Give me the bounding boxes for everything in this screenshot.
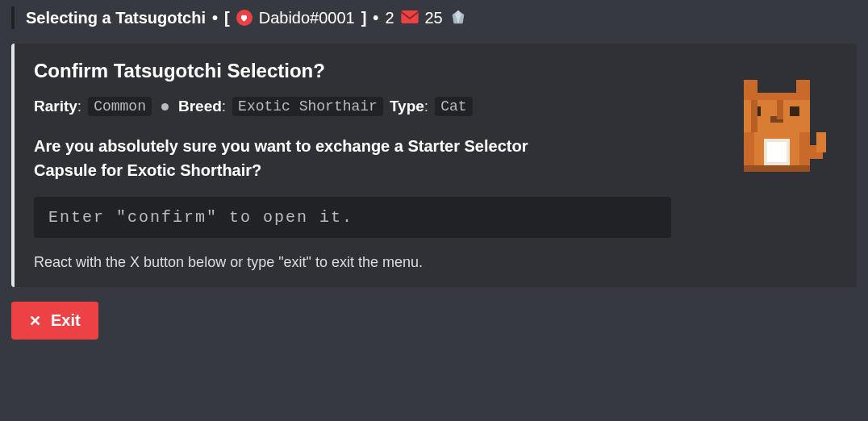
svg-rect-6	[744, 93, 809, 99]
meta-row: Rarity: Common Breed: Exotic Shorthair T…	[34, 97, 708, 116]
breed-label: Breed	[178, 98, 222, 115]
svg-rect-16	[777, 100, 783, 119]
svg-rect-12	[767, 142, 787, 161]
embed-header: Selecting a Tatsugotchi • [ Dabido#0001 …	[11, 6, 857, 29]
exit-button[interactable]: ✕ Exit	[11, 302, 98, 340]
embed-card: Confirm Tatsugotchi Selection? Rarity: C…	[11, 44, 857, 287]
separator-dot-2: •	[373, 9, 378, 27]
close-icon: ✕	[29, 312, 41, 330]
pet-thumbnail	[724, 60, 837, 271]
type-value: Cat	[435, 97, 472, 116]
breed-value: Exotic Shorthair	[232, 97, 383, 116]
svg-rect-19	[816, 132, 826, 152]
count-mail: 2	[385, 9, 394, 27]
bullet-icon	[161, 103, 169, 110]
bracket-close: ]	[361, 9, 367, 27]
bracket-open: [	[224, 9, 230, 27]
confirm-mid: for	[97, 161, 127, 179]
type-label: Type	[390, 98, 424, 115]
svg-rect-3	[744, 80, 757, 93]
count-badge: 25	[425, 9, 443, 27]
envelope-icon	[401, 10, 419, 26]
footer-text: React with the X button below or type "e…	[34, 254, 708, 271]
exit-button-label: Exit	[51, 311, 81, 330]
svg-rect-8	[790, 106, 799, 116]
svg-rect-17	[744, 165, 809, 172]
separator-dot: •	[212, 9, 218, 27]
confirm-target: Exotic Shorthair	[127, 161, 252, 179]
svg-rect-4	[796, 80, 809, 93]
embed-title: Confirm Tatsugotchi Selection?	[34, 60, 708, 82]
rarity-label: Rarity	[34, 98, 77, 115]
header-title: Selecting a Tatsugotchi	[26, 9, 206, 27]
confirm-text: Are you absolutely sure you want to exch…	[34, 134, 550, 182]
svg-rect-15	[751, 100, 757, 133]
confirm-prefix: Are you absolutely sure you want to exch…	[34, 137, 407, 155]
confirm-suffix: ?	[252, 161, 261, 179]
gem-icon	[449, 9, 467, 27]
rarity-value: Common	[88, 97, 152, 116]
code-instruction: Enter "confirm" to open it.	[34, 197, 671, 238]
svg-rect-0	[401, 10, 418, 23]
username: Dabido#0001	[259, 9, 355, 27]
heart-icon	[236, 10, 252, 26]
